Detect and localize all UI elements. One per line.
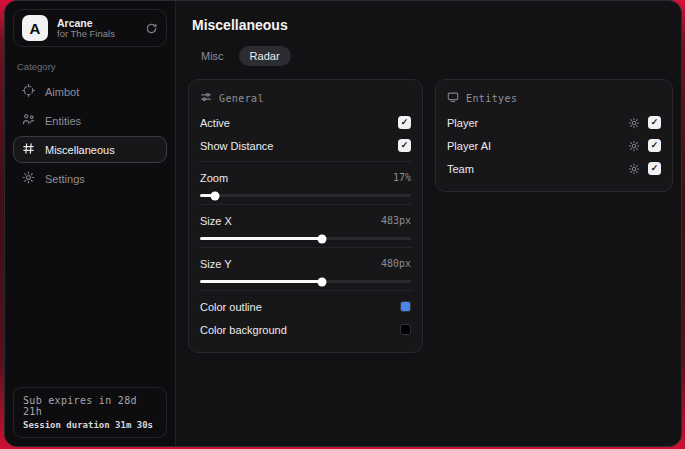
color-background-swatch[interactable] (400, 324, 411, 335)
slider-thumb[interactable] (210, 191, 219, 200)
page-title: Miscellaneous (192, 17, 673, 33)
main-content: Miscellaneous Misc Radar General (176, 1, 682, 446)
entity-label: Player (447, 117, 478, 129)
sidebar-item-label: Settings (45, 173, 85, 185)
setting-label: Active (200, 117, 230, 129)
sliders-icon (200, 91, 212, 105)
panel-general: General Active Show Distance Zoom 17% (188, 79, 423, 353)
panel-title: General (219, 93, 264, 104)
slider-fill (200, 280, 322, 283)
gear-icon[interactable] (628, 163, 640, 175)
slider-thumb[interactable] (318, 234, 327, 243)
color-outline-swatch[interactable] (400, 301, 411, 312)
sidebar-item-entities[interactable]: Entities (13, 107, 167, 134)
crosshair-icon (22, 84, 35, 99)
setting-row-zoom: Zoom 17% (200, 166, 411, 189)
tab-misc[interactable]: Misc (190, 46, 235, 66)
sidebar-item-settings[interactable]: Settings (13, 165, 167, 192)
size-y-slider[interactable] (200, 280, 411, 283)
setting-row-size-y: Size Y 480px (200, 252, 411, 275)
panel-title: Entityes (466, 93, 517, 104)
slider-fill (200, 237, 322, 240)
sidebar: A Arcane for The Finals Category (5, 1, 176, 446)
sidebar-nav: Aimbot Entities (13, 78, 167, 192)
panel-entities: Entityes Player P (435, 79, 673, 192)
setting-row-color-outline: Color outline (200, 295, 411, 318)
setting-row-size-x: Size X 483px (200, 209, 411, 232)
gear-icon[interactable] (628, 117, 640, 129)
setting-label: Color background (200, 324, 287, 336)
entity-row-player-ai: Player AI (447, 134, 661, 157)
entity-row-team: Team (447, 157, 661, 180)
refresh-icon[interactable] (145, 22, 158, 35)
size-x-value: 483px (381, 215, 411, 226)
sidebar-item-miscellaneous[interactable]: Miscellaneous (13, 136, 167, 163)
team-checkbox[interactable] (648, 162, 661, 175)
monitor-icon (447, 91, 459, 105)
show-distance-checkbox[interactable] (398, 139, 411, 152)
gear-icon[interactable] (628, 140, 640, 152)
active-checkbox[interactable] (398, 116, 411, 129)
sidebar-item-aimbot[interactable]: Aimbot (13, 78, 167, 105)
setting-label: Show Distance (200, 140, 273, 152)
entities-icon (22, 113, 35, 128)
size-y-value: 480px (381, 258, 411, 269)
grid-hash-icon (22, 142, 35, 157)
setting-label: Size X (200, 215, 232, 227)
setting-row-show-distance: Show Distance (200, 134, 411, 157)
setting-label: Size Y (200, 258, 232, 270)
app-window: A Arcane for The Finals Category (4, 0, 682, 447)
divider (198, 161, 413, 162)
gear-icon (22, 171, 35, 186)
player-ai-checkbox[interactable] (648, 139, 661, 152)
app-subtitle: for The Finals (57, 29, 136, 40)
setting-row-active: Active (200, 111, 411, 134)
app-title: Arcane (57, 17, 136, 29)
tab-radar[interactable]: Radar (239, 46, 291, 66)
tab-bar: Misc Radar (190, 46, 673, 66)
session-duration: Session duration 31m 30s (23, 420, 157, 430)
logo-card: A Arcane for The Finals (13, 9, 167, 47)
sidebar-item-label: Aimbot (45, 86, 79, 98)
sub-expiry: Sub expires in 28d 21h (23, 395, 157, 417)
sidebar-item-label: Entities (45, 115, 81, 127)
entity-row-player: Player (447, 111, 661, 134)
entity-label: Team (447, 163, 474, 175)
entity-label: Player AI (447, 140, 491, 152)
sidebar-item-label: Miscellaneous (45, 144, 115, 156)
app-logo: A (22, 15, 48, 41)
setting-label: Color outline (200, 301, 262, 313)
divider (198, 204, 413, 205)
slider-thumb[interactable] (318, 277, 327, 286)
zoom-value: 17% (393, 172, 411, 183)
divider (198, 247, 413, 248)
divider (198, 290, 413, 291)
size-x-slider[interactable] (200, 237, 411, 240)
category-label: Category (17, 61, 167, 72)
zoom-slider[interactable] (200, 194, 411, 197)
player-checkbox[interactable] (648, 116, 661, 129)
setting-label: Zoom (200, 172, 228, 184)
subscription-info: Sub expires in 28d 21h Session duration … (13, 387, 167, 438)
setting-row-color-background: Color background (200, 318, 411, 341)
